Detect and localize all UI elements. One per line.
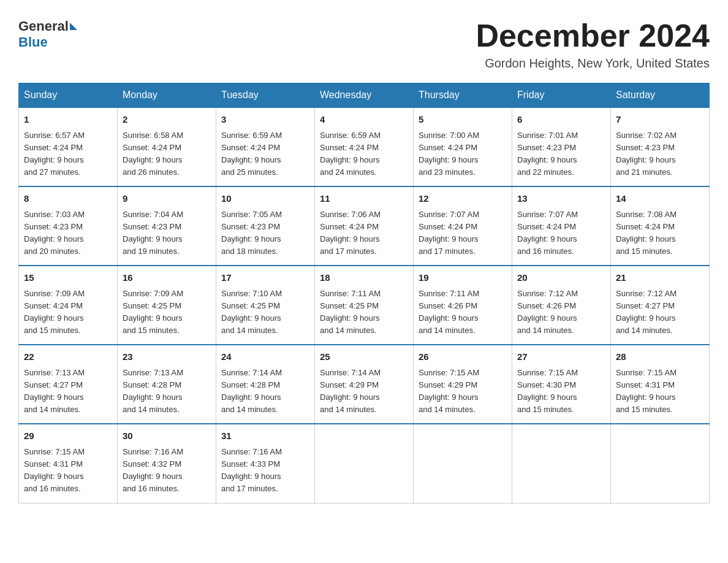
day-number: 12 [419,192,507,206]
day-info: Sunrise: 7:16 AMSunset: 4:33 PMDaylight:… [221,446,309,496]
column-header-friday: Friday [512,83,611,108]
location-subtitle: Gordon Heights, New York, United States [476,56,710,71]
day-info: Sunrise: 7:15 AMSunset: 4:30 PMDaylight:… [517,367,605,416]
calendar-cell: 26Sunrise: 7:15 AMSunset: 4:29 PMDayligh… [414,345,512,424]
month-year-title: December 2024 [476,18,710,53]
logo-arrow-icon [70,23,77,30]
day-number: 13 [517,192,605,206]
day-info: Sunrise: 7:01 AMSunset: 4:23 PMDaylight:… [517,129,605,179]
logo-text: General [18,18,78,34]
day-number: 26 [419,350,507,364]
calendar-cell: 28Sunrise: 7:15 AMSunset: 4:31 PMDayligh… [611,345,710,424]
day-number: 9 [123,192,211,206]
calendar-cell: 5Sunrise: 7:00 AMSunset: 4:24 PMDaylight… [414,107,512,186]
day-number: 18 [320,271,408,285]
day-number: 29 [24,429,112,443]
calendar-cell: 19Sunrise: 7:11 AMSunset: 4:26 PMDayligh… [414,266,512,345]
day-number: 14 [616,192,704,206]
day-info: Sunrise: 7:16 AMSunset: 4:32 PMDaylight:… [123,446,211,496]
day-info: Sunrise: 6:59 AMSunset: 4:24 PMDaylight:… [320,129,408,179]
day-number: 15 [24,271,112,285]
logo-general-text: General [18,18,69,34]
calendar-cell [414,424,512,503]
day-info: Sunrise: 7:02 AMSunset: 4:23 PMDaylight:… [616,129,704,179]
calendar-cell: 16Sunrise: 7:09 AMSunset: 4:25 PMDayligh… [118,266,216,345]
week-row-5: 29Sunrise: 7:15 AMSunset: 4:31 PMDayligh… [19,424,710,503]
day-info: Sunrise: 7:04 AMSunset: 4:23 PMDaylight:… [123,209,211,258]
calendar-cell: 4Sunrise: 6:59 AMSunset: 4:24 PMDaylight… [315,107,414,186]
day-number: 10 [221,192,309,206]
calendar-cell [512,424,611,503]
calendar-cell: 25Sunrise: 7:14 AMSunset: 4:29 PMDayligh… [315,345,414,424]
calendar-cell: 22Sunrise: 7:13 AMSunset: 4:27 PMDayligh… [19,345,118,424]
title-section: December 2024 Gordon Heights, New York, … [476,18,710,71]
day-info: Sunrise: 7:14 AMSunset: 4:28 PMDaylight:… [221,367,309,416]
calendar-cell: 21Sunrise: 7:12 AMSunset: 4:27 PMDayligh… [611,266,710,345]
day-info: Sunrise: 7:13 AMSunset: 4:27 PMDaylight:… [24,367,112,416]
calendar-cell [315,424,414,503]
day-number: 20 [517,271,605,285]
day-info: Sunrise: 7:12 AMSunset: 4:27 PMDaylight:… [616,288,704,337]
calendar-cell [611,424,710,503]
week-row-3: 15Sunrise: 7:09 AMSunset: 4:24 PMDayligh… [19,266,710,345]
column-header-wednesday: Wednesday [315,83,414,108]
week-row-1: 1Sunrise: 6:57 AMSunset: 4:24 PMDaylight… [19,107,710,186]
day-info: Sunrise: 7:00 AMSunset: 4:24 PMDaylight:… [419,129,507,179]
day-number: 11 [320,192,408,206]
calendar-cell: 7Sunrise: 7:02 AMSunset: 4:23 PMDaylight… [611,107,710,186]
day-info: Sunrise: 7:07 AMSunset: 4:24 PMDaylight:… [517,209,605,258]
calendar-header-row: SundayMondayTuesdayWednesdayThursdayFrid… [19,83,710,108]
logo-blue-text: Blue [18,34,48,50]
day-number: 17 [221,271,309,285]
day-info: Sunrise: 7:10 AMSunset: 4:25 PMDaylight:… [221,288,309,337]
day-number: 5 [419,113,507,127]
day-info: Sunrise: 7:13 AMSunset: 4:28 PMDaylight:… [123,367,211,416]
day-number: 2 [123,113,211,127]
column-header-monday: Monday [118,83,216,108]
day-info: Sunrise: 7:05 AMSunset: 4:23 PMDaylight:… [221,209,309,258]
column-header-saturday: Saturday [611,83,710,108]
day-number: 19 [419,271,507,285]
calendar-cell: 2Sunrise: 6:58 AMSunset: 4:24 PMDaylight… [118,107,216,186]
day-info: Sunrise: 7:12 AMSunset: 4:26 PMDaylight:… [517,288,605,337]
calendar-cell: 3Sunrise: 6:59 AMSunset: 4:24 PMDaylight… [216,107,315,186]
day-number: 28 [616,350,704,364]
week-row-2: 8Sunrise: 7:03 AMSunset: 4:23 PMDaylight… [19,186,710,266]
calendar-cell: 9Sunrise: 7:04 AMSunset: 4:23 PMDaylight… [118,186,216,266]
day-number: 7 [616,113,704,127]
calendar-cell: 18Sunrise: 7:11 AMSunset: 4:25 PMDayligh… [315,266,414,345]
calendar-cell: 31Sunrise: 7:16 AMSunset: 4:33 PMDayligh… [216,424,315,503]
day-number: 1 [24,113,112,127]
day-number: 23 [123,350,211,364]
page-header: General Blue December 2024 Gordon Height… [18,18,710,71]
column-header-tuesday: Tuesday [216,83,315,108]
calendar-cell: 24Sunrise: 7:14 AMSunset: 4:28 PMDayligh… [216,345,315,424]
calendar-cell: 20Sunrise: 7:12 AMSunset: 4:26 PMDayligh… [512,266,611,345]
day-info: Sunrise: 6:58 AMSunset: 4:24 PMDaylight:… [123,129,211,179]
calendar-table: SundayMondayTuesdayWednesdayThursdayFrid… [18,83,710,503]
calendar-cell: 15Sunrise: 7:09 AMSunset: 4:24 PMDayligh… [19,266,118,345]
calendar-cell: 29Sunrise: 7:15 AMSunset: 4:31 PMDayligh… [19,424,118,503]
day-info: Sunrise: 7:15 AMSunset: 4:29 PMDaylight:… [419,367,507,416]
calendar-cell: 1Sunrise: 6:57 AMSunset: 4:24 PMDaylight… [19,107,118,186]
day-number: 3 [221,113,309,127]
calendar-cell: 6Sunrise: 7:01 AMSunset: 4:23 PMDaylight… [512,107,611,186]
calendar-cell: 14Sunrise: 7:08 AMSunset: 4:24 PMDayligh… [611,186,710,266]
calendar-cell: 17Sunrise: 7:10 AMSunset: 4:25 PMDayligh… [216,266,315,345]
day-info: Sunrise: 7:09 AMSunset: 4:25 PMDaylight:… [123,288,211,337]
day-number: 21 [616,271,704,285]
day-info: Sunrise: 7:08 AMSunset: 4:24 PMDaylight:… [616,209,704,258]
week-row-4: 22Sunrise: 7:13 AMSunset: 4:27 PMDayligh… [19,345,710,424]
calendar-cell: 11Sunrise: 7:06 AMSunset: 4:24 PMDayligh… [315,186,414,266]
day-info: Sunrise: 7:06 AMSunset: 4:24 PMDaylight:… [320,209,408,258]
day-info: Sunrise: 6:59 AMSunset: 4:24 PMDaylight:… [221,129,309,179]
day-info: Sunrise: 7:11 AMSunset: 4:26 PMDaylight:… [419,288,507,337]
day-info: Sunrise: 7:11 AMSunset: 4:25 PMDaylight:… [320,288,408,337]
day-info: Sunrise: 6:57 AMSunset: 4:24 PMDaylight:… [24,129,112,179]
day-number: 4 [320,113,408,127]
column-header-thursday: Thursday [414,83,512,108]
day-info: Sunrise: 7:09 AMSunset: 4:24 PMDaylight:… [24,288,112,337]
calendar-cell: 12Sunrise: 7:07 AMSunset: 4:24 PMDayligh… [414,186,512,266]
day-info: Sunrise: 7:15 AMSunset: 4:31 PMDaylight:… [24,446,112,496]
column-header-sunday: Sunday [19,83,118,108]
